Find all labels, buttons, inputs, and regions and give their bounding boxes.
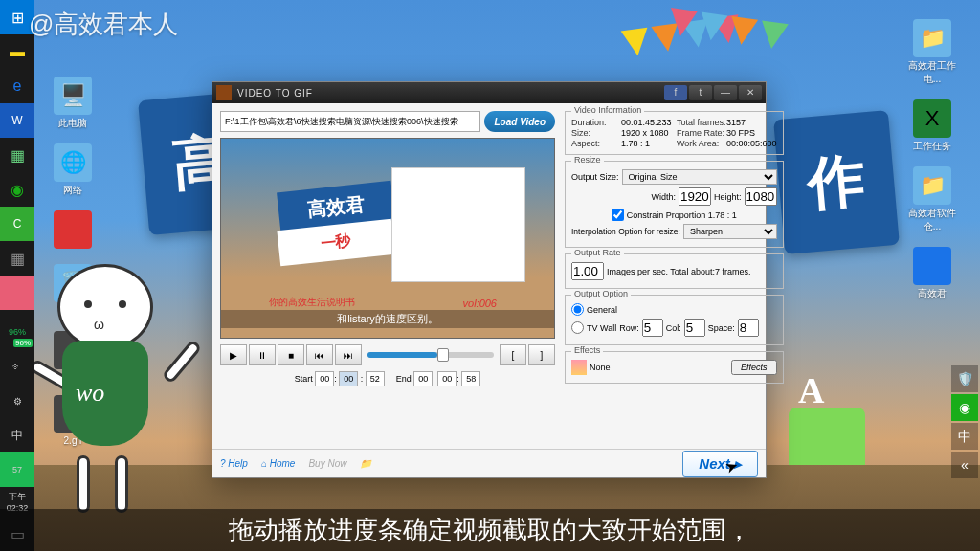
rate-legend: Output Rate xyxy=(571,248,624,257)
effect-thumb-icon xyxy=(571,360,587,375)
load-video-button[interactable]: Load Video xyxy=(484,111,555,132)
next-frame-button[interactable]: ⏭ xyxy=(335,344,362,365)
prev-button[interactable]: ⏮ xyxy=(306,344,333,365)
minimize-button[interactable]: — xyxy=(714,85,737,100)
app-logo-icon xyxy=(216,85,232,100)
home-link[interactable]: ⌂ Home xyxy=(261,458,296,469)
taskbar-icon-app2[interactable]: ▦ xyxy=(0,241,34,276)
window-title: VIDEO TO GIF xyxy=(237,88,662,99)
end-h[interactable] xyxy=(413,371,433,386)
start-m[interactable] xyxy=(339,371,358,386)
app-window: VIDEO TO GIF f t — ✕ Load Video 高效君 一秒 你… xyxy=(212,81,767,478)
output-option-group: Output Option General TV Wall Row: Col: … xyxy=(565,295,784,345)
resize-legend: Resize xyxy=(571,155,604,165)
pause-button[interactable]: ⏸ xyxy=(249,344,276,365)
taskbar: ⊞ ▬ e W ▦ ◉ C ▦ 96% ᯤ ⚙ 中 57 下午 02:32 ▭ xyxy=(0,0,34,551)
taskbar-icon-word[interactable]: W xyxy=(0,103,34,138)
output-size-label: Output Size: xyxy=(571,172,619,182)
widget-caret[interactable]: « xyxy=(951,452,978,478)
video-info-group: Video Information Duration:00:01:45:233T… xyxy=(565,111,784,155)
effects-legend: Effects xyxy=(571,345,603,355)
next-button[interactable]: Next ▸ xyxy=(682,451,758,477)
folder-link[interactable]: 📁 xyxy=(360,458,371,469)
help-link[interactable]: ? Help xyxy=(220,458,248,469)
preview-explorer-window xyxy=(391,167,525,282)
effect-value: None xyxy=(590,363,728,372)
widget-ime[interactable]: 中 xyxy=(951,423,978,450)
tray-notifications[interactable]: 57 xyxy=(0,452,34,487)
output-size-select[interactable]: Original Size xyxy=(622,169,777,185)
desktop-icon-r1[interactable]: 📁高效君工作电... xyxy=(903,19,961,86)
rate-input[interactable] xyxy=(571,262,604,280)
seek-slider[interactable] xyxy=(368,352,494,358)
side-widgets: 🛡️ ◉ 中 « xyxy=(949,364,980,480)
desktop-icon-r3[interactable]: 📁高效君软件仓... xyxy=(903,166,961,233)
desktop-icons-right: 📁高效君工作电... X工作任务 📁高效君软件仓... 高效君 xyxy=(903,19,961,306)
info-legend: Video Information xyxy=(571,105,644,115)
preview-red-text: 你的高效生活说明书 xyxy=(269,296,355,309)
rate-text: Images per sec. Total about:7 frames. xyxy=(607,267,750,276)
tray-ime[interactable]: 中 xyxy=(0,418,34,452)
widget-wechat[interactable]: ◉ xyxy=(951,394,978,421)
interp-select[interactable]: Sharpen xyxy=(683,224,777,239)
width-input[interactable] xyxy=(679,187,711,206)
taskbar-icon-camtasia[interactable]: C xyxy=(0,207,34,241)
twitter-icon[interactable]: t xyxy=(689,85,712,100)
start-h[interactable] xyxy=(315,371,334,386)
right-pane: Video Information Duration:00:01:45:233T… xyxy=(565,111,784,441)
tray-icon-1[interactable]: ᯤ xyxy=(0,349,34,384)
option-legend: Output Option xyxy=(571,289,631,298)
left-pane: Load Video 高效君 一秒 你的高效生活说明书 vol:006 和lis… xyxy=(220,111,555,441)
video-subtitle: 拖动播放进度条确定视频截取的大致开始范围， xyxy=(0,509,980,551)
video-path-input[interactable] xyxy=(220,111,480,132)
taskbar-icon-app3[interactable] xyxy=(0,276,34,310)
preview-subtitle: 和listary的速度区别。 xyxy=(221,310,554,328)
constrain-label: Constrain Proportion 1.78 : 1 xyxy=(627,210,737,220)
cartoon-character: ω wo xyxy=(38,264,201,532)
start-label: Start xyxy=(295,374,313,384)
time-inputs: Start : : End : : xyxy=(220,371,555,386)
space-input[interactable] xyxy=(738,319,759,337)
end-label: End xyxy=(396,374,412,384)
desktop-icon-app[interactable] xyxy=(44,210,101,251)
height-input[interactable] xyxy=(745,187,777,206)
end-s[interactable] xyxy=(461,371,480,386)
taskbar-icon-edge[interactable]: e xyxy=(0,69,34,103)
constrain-checkbox[interactable] xyxy=(612,209,624,221)
start-s[interactable] xyxy=(366,371,385,386)
video-preview[interactable]: 高效君 一秒 你的高效生活说明书 vol:006 和listary的速度区别。 xyxy=(220,138,555,339)
facebook-icon[interactable]: f xyxy=(664,85,687,100)
desktop-icon-thispc[interactable]: 🖥️此电脑 xyxy=(44,77,101,130)
taskbar-icon-wechat[interactable]: ◉ xyxy=(0,172,34,207)
interp-label: Interpolation Option for resize: xyxy=(571,227,680,236)
col-input[interactable] xyxy=(684,319,705,337)
tray-icon-2[interactable]: ⚙ xyxy=(0,384,34,418)
mark-end-button[interactable]: ] xyxy=(528,344,555,365)
play-button[interactable]: ▶ xyxy=(220,344,247,365)
desktop-icon-r4[interactable]: 高效君 xyxy=(903,247,961,300)
widget-shield[interactable]: 🛡️ xyxy=(951,365,978,392)
resize-group: Resize Output Size:Original Size Width:H… xyxy=(565,161,784,248)
tvwall-radio[interactable] xyxy=(571,321,584,334)
taskbar-icon-app1[interactable]: ▦ xyxy=(0,138,34,172)
desktop-icon-network[interactable]: 🌐网络 xyxy=(44,143,101,197)
general-radio[interactable] xyxy=(571,303,584,316)
video-watermark: @高效君本人 xyxy=(29,8,178,41)
end-m[interactable] xyxy=(437,371,457,386)
preview-vol: vol:006 xyxy=(463,298,497,309)
player-controls: ▶ ⏸ ■ ⏮ ⏭ [ ] xyxy=(220,344,555,365)
effects-group: Effects None Effects xyxy=(565,351,784,384)
window-footer: ? Help ⌂ Home Buy Now 📁 Next ▸ xyxy=(212,449,766,477)
battery-indicator[interactable]: 96% xyxy=(0,315,34,349)
buy-link[interactable]: Buy Now xyxy=(308,458,346,469)
titlebar[interactable]: VIDEO TO GIF f t — ✕ xyxy=(212,82,766,103)
wallpaper-banner-right: 作 xyxy=(773,110,900,254)
stop-button[interactable]: ■ xyxy=(278,344,304,365)
row-input[interactable] xyxy=(642,319,663,337)
mark-start-button[interactable]: [ xyxy=(500,344,526,365)
output-rate-group: Output Rate Images per sec. Total about:… xyxy=(565,253,784,289)
effects-button[interactable]: Effects xyxy=(731,360,777,375)
close-button[interactable]: ✕ xyxy=(739,85,762,100)
desktop-icon-r2[interactable]: X工作任务 xyxy=(903,99,961,153)
